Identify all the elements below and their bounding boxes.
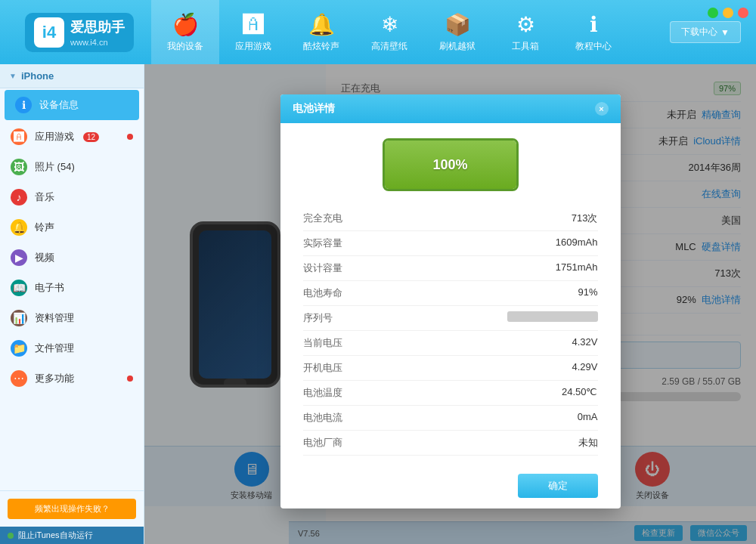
wallpaper-icon: ❄ (381, 12, 398, 37)
nav-item-tools[interactable]: ⚙ 工具箱 (491, 0, 559, 64)
serial-label: 序列号 (303, 311, 333, 325)
voltage-label: 当前电压 (303, 336, 342, 350)
temperature-label: 电池温度 (303, 386, 342, 400)
sidebar-label-more: 更多功能 (35, 372, 74, 385)
more-badge-dot (127, 376, 133, 382)
sidebar: ▼ iPhone ℹ 设备信息 🅰 应用游戏 12 🖼 照片 (54) (0, 64, 144, 544)
battery-visual: 100% (303, 138, 598, 191)
apps-icon: 🅰 (243, 12, 264, 37)
nav-label-ringtone: 酷炫铃声 (303, 40, 339, 53)
sidebar-label-device-info: 设备信息 (39, 98, 79, 112)
app-name: 爱思助手 (70, 18, 125, 36)
status-dot-icon (8, 533, 14, 539)
sidebar-item-file-mgmt[interactable]: 📁 文件管理 (0, 333, 144, 363)
sidebar-item-ringtone[interactable]: 🔔 铃声 (0, 212, 144, 243)
device-name: iPhone (21, 70, 54, 82)
maximize-button[interactable]: □ (723, 8, 733, 18)
minimize-button[interactable]: — (708, 8, 718, 18)
battery-life-dlg-value: 91% (578, 286, 597, 300)
battery-row-battery-life: 电池寿命 91% (303, 281, 598, 306)
serial-value-blurred (507, 311, 598, 322)
apps-menu-icon: 🅰 (11, 128, 27, 145)
header: — □ × i4 爱思助手 www.i4.cn 🍎 我的设备 🅰 应用游戏 (0, 0, 756, 64)
full-charge-value: 713次 (572, 212, 598, 225)
nav-item-jailbreak[interactable]: 📦 刷机越狱 (423, 0, 491, 64)
device-info-icon: ℹ (15, 97, 32, 113)
boot-voltage-label: 开机电压 (303, 361, 342, 375)
temperature-value: 24.50℃ (562, 386, 598, 400)
nav-item-my-device[interactable]: 🍎 我的设备 (151, 0, 219, 64)
help-button[interactable]: 频繁出现操作失败？ (8, 499, 136, 519)
window-controls: — □ × (708, 8, 748, 18)
download-label: 下载中心 (681, 26, 717, 39)
photos-menu-icon: 🖼 (11, 159, 27, 175)
battery-percentage: 100% (432, 157, 467, 173)
sidebar-label-data-mgmt: 资料管理 (35, 311, 74, 325)
sidebar-label-ringtone: 铃声 (35, 221, 54, 234)
battery-life-dlg-label: 电池寿命 (303, 286, 342, 300)
data-mgmt-icon: 📊 (11, 310, 27, 326)
apps-badge-dot (127, 134, 133, 140)
battery-row-temperature: 电池温度 24.50℃ (303, 381, 598, 406)
nav-label-tutorials: 教程中心 (575, 40, 612, 53)
battery-dialog: 电池详情 × 100% (280, 94, 621, 508)
design-capacity-value: 1751mAh (556, 261, 598, 275)
jailbreak-icon: 📦 (445, 12, 471, 37)
main-area: ▼ iPhone ℹ 设备信息 🅰 应用游戏 12 🖼 照片 (54) (0, 64, 756, 544)
battery-row-full-charge: 完全充电 713次 (303, 206, 598, 231)
voltage-value: 4.32V (572, 336, 598, 350)
nav-label-device: 我的设备 (167, 40, 203, 53)
sidebar-label-music: 音乐 (35, 190, 54, 204)
confirm-button[interactable]: 确定 (518, 474, 598, 498)
tutorials-icon: ℹ (590, 12, 598, 37)
file-mgmt-icon: 📁 (11, 340, 27, 357)
current-label: 电池电流 (303, 411, 342, 425)
tools-icon: ⚙ (516, 12, 535, 37)
close-button[interactable]: × (738, 8, 748, 18)
battery-dialog-title: 电池详情 (293, 102, 335, 116)
music-menu-icon: ♪ (11, 189, 27, 206)
battery-row-voltage: 当前电压 4.32V (303, 331, 598, 356)
nav-label-jailbreak: 刷机越狱 (439, 40, 476, 53)
sidebar-item-video[interactable]: ▶ 视频 (0, 243, 144, 273)
design-capacity-label: 设计容量 (303, 261, 342, 275)
sidebar-item-ebook[interactable]: 📖 电子书 (0, 273, 144, 303)
device-icon: 🍎 (172, 12, 199, 37)
logo-box: i4 爱思助手 www.i4.cn (25, 13, 134, 52)
sidebar-item-apps[interactable]: 🅰 应用游戏 12 (0, 122, 144, 152)
ebook-menu-icon: 📖 (11, 280, 27, 296)
expand-arrow-icon: ▼ (9, 72, 17, 80)
battery-outer: 100% (383, 138, 519, 191)
logo-area: i4 爱思助手 www.i4.cn (8, 13, 151, 52)
battery-row-current: 电池电流 0mA (303, 406, 598, 431)
sidebar-item-music[interactable]: ♪ 音乐 (0, 182, 144, 212)
download-button[interactable]: 下载中心 ▼ (670, 21, 741, 43)
sidebar-label-apps: 应用游戏 (35, 130, 74, 144)
battery-info-table: 完全充电 713次 实际容量 1609mAh 设计容量 1751mAh 电池 (303, 206, 598, 456)
current-value: 0mA (578, 411, 598, 425)
nav-label-apps: 应用游戏 (235, 40, 271, 53)
nav-item-ringtone[interactable]: 🔔 酷炫铃声 (287, 0, 355, 64)
app-logo-icon: i4 (34, 17, 64, 48)
sidebar-item-device-info[interactable]: ℹ 设备信息 (5, 90, 139, 120)
main-nav: 🍎 我的设备 🅰 应用游戏 🔔 酷炫铃声 ❄ 高清壁纸 📦 刷机越狱 ⚙ 工 (151, 0, 627, 64)
app-website: www.i4.cn (70, 38, 125, 47)
battery-dialog-header: 电池详情 × (280, 94, 621, 123)
sidebar-item-data-mgmt[interactable]: 📊 资料管理 (0, 303, 144, 333)
ringtone-icon: 🔔 (308, 12, 335, 37)
battery-fill: 100% (385, 141, 516, 189)
status-text: 阻止iTunes自动运行 (18, 530, 93, 541)
nav-item-wallpaper[interactable]: ❄ 高清壁纸 (355, 0, 423, 64)
boot-voltage-value: 4.29V (572, 361, 598, 375)
battery-dialog-close[interactable]: × (595, 102, 609, 116)
more-icon: ⋯ (11, 370, 27, 387)
video-menu-icon: ▶ (11, 249, 27, 266)
sidebar-item-photos[interactable]: 🖼 照片 (54) (0, 152, 144, 182)
ringtone-menu-icon: 🔔 (11, 219, 27, 236)
device-section: ▼ iPhone (0, 64, 144, 88)
sidebar-item-more[interactable]: ⋯ 更多功能 (0, 363, 144, 394)
actual-capacity-value: 1609mAh (556, 236, 598, 250)
nav-item-apps[interactable]: 🅰 应用游戏 (219, 0, 287, 64)
battery-dialog-body: 100% 完全充电 713次 实际容量 1609mAh (280, 123, 621, 463)
nav-item-tutorials[interactable]: ℹ 教程中心 (559, 0, 627, 64)
